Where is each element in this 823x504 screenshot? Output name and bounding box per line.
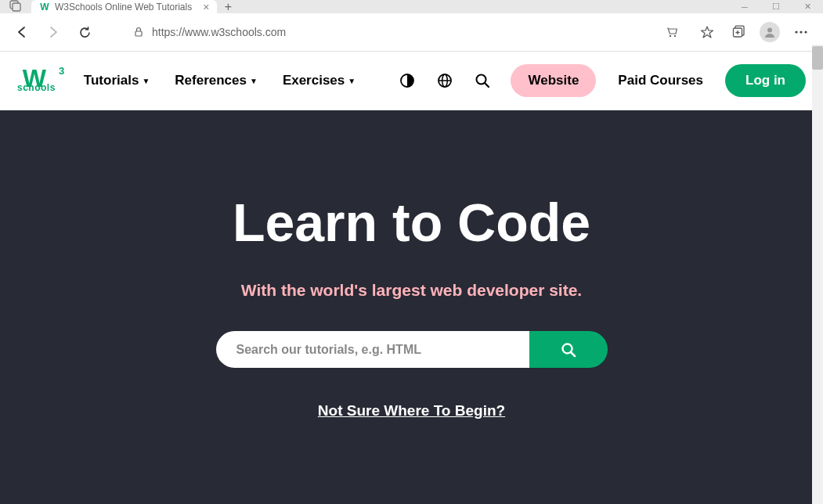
nav-references[interactable]: References ▼ bbox=[164, 67, 269, 95]
svg-rect-2 bbox=[135, 31, 142, 36]
browser-chrome: W W3Schools Online Web Tutorials × + ─ ☐… bbox=[0, 0, 823, 52]
nav-exercises-label: Exercises bbox=[283, 73, 345, 88]
browser-toolbar: https://www.w3schools.com bbox=[0, 13, 823, 52]
nav-tutorials[interactable]: Tutorials ▼ bbox=[73, 67, 161, 95]
favicon-icon: W bbox=[39, 2, 50, 13]
nav-exercises[interactable]: Exercises ▼ bbox=[272, 67, 366, 95]
more-icon[interactable] bbox=[789, 20, 814, 45]
svg-line-17 bbox=[571, 352, 575, 356]
search-button[interactable] bbox=[529, 331, 608, 368]
tab-overview-icon[interactable] bbox=[9, 0, 21, 12]
login-button[interactable]: Log in bbox=[725, 64, 806, 97]
search-input[interactable] bbox=[216, 331, 529, 368]
globe-icon[interactable] bbox=[431, 67, 459, 95]
svg-point-7 bbox=[795, 31, 797, 33]
hero-title: Learn to Code bbox=[233, 192, 590, 253]
caret-down-icon: ▼ bbox=[250, 77, 258, 85]
address-bar[interactable]: https://www.w3schools.com bbox=[124, 20, 688, 45]
hero-section: Learn to Code With the world's largest w… bbox=[0, 110, 823, 504]
tab-title: W3Schools Online Web Tutorials bbox=[55, 2, 192, 13]
hero-subtitle: With the world's largest web developer s… bbox=[241, 281, 582, 300]
maximize-icon[interactable]: ☐ bbox=[760, 0, 792, 13]
caret-down-icon: ▼ bbox=[142, 77, 150, 85]
nav-tutorials-label: Tutorials bbox=[84, 73, 139, 88]
url-text: https://www.w3schools.com bbox=[152, 26, 658, 38]
website-button[interactable]: Website bbox=[511, 64, 596, 97]
scrollbar[interactable] bbox=[812, 45, 823, 504]
search-icon bbox=[561, 342, 576, 358]
theme-toggle[interactable] bbox=[393, 67, 421, 95]
minimize-icon[interactable]: ─ bbox=[729, 0, 760, 13]
svg-line-15 bbox=[485, 83, 489, 87]
svg-point-3 bbox=[670, 34, 671, 36]
svg-point-4 bbox=[674, 34, 676, 36]
browser-tab[interactable]: W W3Schools Online Web Tutorials × bbox=[31, 0, 217, 13]
reload-button[interactable] bbox=[72, 20, 97, 45]
shopping-icon[interactable] bbox=[666, 26, 679, 39]
site-header: W3 schools Tutorials ▼ References ▼ Exer… bbox=[0, 52, 823, 110]
svg-point-9 bbox=[804, 31, 807, 33]
tab-bar: W W3Schools Online Web Tutorials × + ─ ☐… bbox=[0, 0, 823, 13]
back-button[interactable] bbox=[9, 20, 34, 45]
caret-down-icon: ▼ bbox=[348, 77, 356, 85]
paid-courses-link[interactable]: Paid Courses bbox=[607, 67, 714, 95]
new-tab-button[interactable]: + bbox=[217, 0, 239, 13]
svg-point-8 bbox=[800, 31, 802, 33]
tab-close-icon[interactable]: × bbox=[203, 1, 209, 13]
profile-avatar[interactable] bbox=[757, 20, 782, 45]
forward-button bbox=[41, 20, 66, 45]
begin-link[interactable]: Not Sure Where To Begin? bbox=[318, 402, 505, 419]
svg-point-6 bbox=[767, 28, 772, 33]
close-window-icon[interactable]: ✕ bbox=[792, 0, 823, 13]
scroll-thumb[interactable] bbox=[812, 46, 823, 70]
logo[interactable]: W3 schools bbox=[17, 68, 56, 93]
collections-icon[interactable] bbox=[726, 20, 751, 45]
svg-rect-1 bbox=[13, 3, 20, 11]
lock-icon bbox=[133, 27, 144, 38]
window-controls: ─ ☐ ✕ bbox=[729, 0, 823, 13]
nav-references-label: References bbox=[175, 73, 247, 88]
header-search-icon[interactable] bbox=[468, 67, 496, 95]
search-container bbox=[216, 331, 608, 368]
favorites-icon[interactable] bbox=[695, 20, 720, 45]
